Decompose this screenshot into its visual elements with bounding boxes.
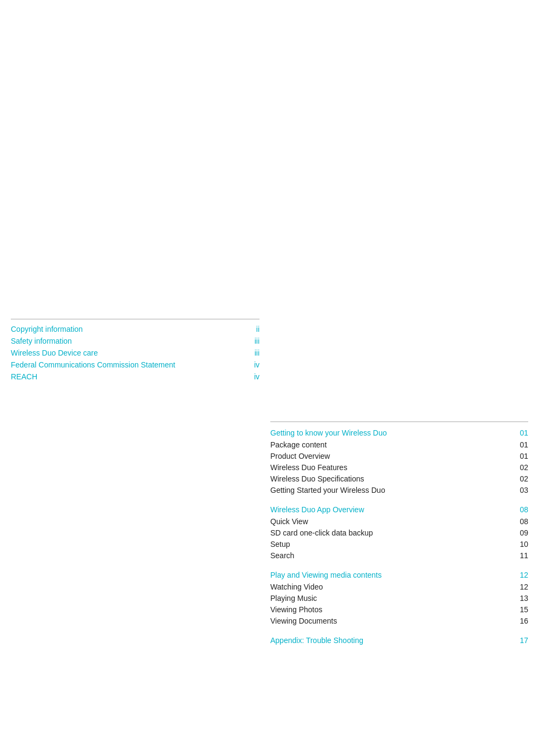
- toc-item-page: iii: [243, 349, 259, 357]
- left-toc-list: Copyright informationiiSafety informatio…: [11, 325, 259, 381]
- toc-item: Copyright informationii: [11, 325, 259, 333]
- toc-sub-label: Watching Video: [270, 583, 323, 591]
- toc-group-header: Getting to know your Wireless Duo01: [270, 429, 528, 437]
- toc-sub-item: Package content01: [270, 440, 528, 449]
- toc-group-header: Play and Viewing media contents12: [270, 571, 528, 579]
- right-toc-section: Getting to know your Wireless Duo01Packa…: [270, 422, 528, 655]
- toc-sub-page: 01: [512, 452, 528, 460]
- toc-group: Play and Viewing media contents12Watchin…: [270, 571, 528, 625]
- toc-item: Wireless Duo Device careiii: [11, 349, 259, 357]
- toc-sub-page: 02: [512, 474, 528, 483]
- toc-sub-page: 09: [512, 528, 528, 537]
- toc-group-page: 08: [512, 505, 528, 514]
- toc-sub-page: 03: [512, 486, 528, 494]
- toc-item-label: Wireless Duo Device care: [11, 349, 98, 357]
- toc-item: Federal Communications Commission Statem…: [11, 360, 259, 369]
- toc-item-page: ii: [243, 325, 259, 333]
- toc-sub-item: Wireless Duo Features02: [270, 463, 528, 472]
- toc-sub-item: Viewing Photos15: [270, 605, 528, 614]
- toc-group: Wireless Duo App Overview08Quick View08S…: [270, 505, 528, 560]
- toc-item: REACHiv: [11, 372, 259, 381]
- right-divider: [270, 422, 528, 422]
- toc-item-label: Federal Communications Commission Statem…: [11, 360, 175, 369]
- toc-sub-page: 10: [512, 540, 528, 548]
- toc-sub-page: 01: [512, 440, 528, 449]
- toc-item-label: Safety information: [11, 337, 72, 345]
- toc-item-label: REACH: [11, 372, 37, 381]
- toc-sub-label: Wireless Duo Specifications: [270, 474, 364, 483]
- toc-sub-item: Setup10: [270, 540, 528, 548]
- toc-sub-label: Setup: [270, 540, 290, 548]
- toc-sub-label: Package content: [270, 440, 327, 449]
- toc-item-label: Copyright information: [11, 325, 83, 333]
- toc-group-header: Wireless Duo App Overview08: [270, 505, 528, 514]
- toc-sub-page: 08: [512, 517, 528, 526]
- toc-item-page: iv: [243, 360, 259, 369]
- toc-sub-page: 12: [512, 583, 528, 591]
- toc-sub-label: Search: [270, 551, 294, 560]
- toc-sub-page: 15: [512, 605, 528, 614]
- toc-sub-label: Wireless Duo Features: [270, 463, 347, 472]
- toc-group-page: 12: [512, 571, 528, 579]
- toc-group-label: Appendix: Trouble Shooting: [270, 636, 363, 645]
- toc-sub-label: Viewing Photos: [270, 605, 322, 614]
- toc-sub-page: 11: [512, 551, 528, 560]
- toc-sub-item: Playing Music13: [270, 594, 528, 603]
- toc-sub-item: Search11: [270, 551, 528, 560]
- toc-sub-item: Viewing Documents16: [270, 617, 528, 625]
- toc-sub-label: Quick View: [270, 517, 308, 526]
- toc-item-page: iii: [243, 337, 259, 345]
- toc-sub-label: Product Overview: [270, 452, 330, 460]
- toc-sub-item: Getting Started your Wireless Duo03: [270, 486, 528, 494]
- toc-sub-label: SD card one-click data backup: [270, 528, 373, 537]
- toc-sub-item: Quick View08: [270, 517, 528, 526]
- toc-sub-item: Product Overview01: [270, 452, 528, 460]
- toc-group: Appendix: Trouble Shooting17: [270, 636, 528, 645]
- toc-group-page: 01: [512, 429, 528, 437]
- toc-sub-label: Viewing Documents: [270, 617, 337, 625]
- toc-sub-page: 02: [512, 463, 528, 472]
- toc-group-label: Getting to know your Wireless Duo: [270, 429, 387, 437]
- toc-sub-page: 13: [512, 594, 528, 603]
- toc-group-page: 17: [512, 636, 528, 645]
- toc-sub-item: SD card one-click data backup09: [270, 528, 528, 537]
- toc-group-label: Wireless Duo App Overview: [270, 505, 364, 514]
- toc-item-page: iv: [243, 372, 259, 381]
- toc-sub-page: 16: [512, 617, 528, 625]
- toc-group-label: Play and Viewing media contents: [270, 571, 382, 579]
- left-toc-section: Copyright informationiiSafety informatio…: [11, 319, 259, 384]
- toc-group: Getting to know your Wireless Duo01Packa…: [270, 429, 528, 494]
- toc-sub-label: Getting Started your Wireless Duo: [270, 486, 385, 494]
- toc-group-header: Appendix: Trouble Shooting17: [270, 636, 528, 645]
- toc-sub-item: Watching Video12: [270, 583, 528, 591]
- left-divider: [11, 319, 259, 319]
- toc-item: Safety informationiii: [11, 337, 259, 345]
- toc-sub-item: Wireless Duo Specifications02: [270, 474, 528, 483]
- toc-sub-label: Playing Music: [270, 594, 317, 603]
- right-toc-list: Getting to know your Wireless Duo01Packa…: [270, 429, 528, 645]
